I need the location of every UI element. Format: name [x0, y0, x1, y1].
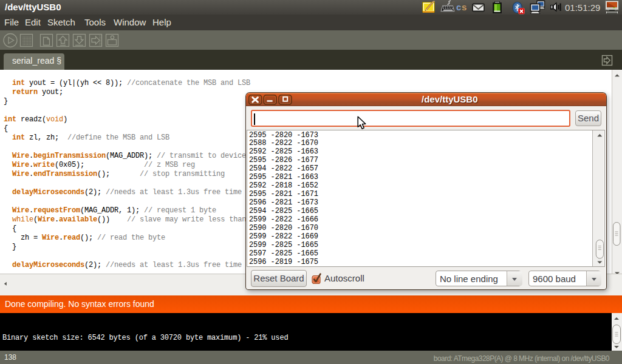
svg-text:c: c	[456, 2, 461, 12]
svg-text:s: s	[462, 2, 466, 12]
